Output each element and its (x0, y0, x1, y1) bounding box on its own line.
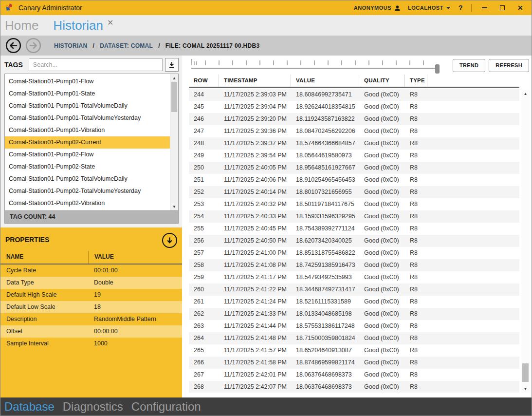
col-type[interactable]: TYPE (405, 75, 427, 87)
scroll-down-icon[interactable]: ▼ (170, 203, 178, 210)
data-table-cell: 18.119243587163822 (291, 113, 359, 125)
property-row[interactable]: Data TypeDouble (0, 277, 182, 289)
scroll-down-icon[interactable]: ▼ (521, 385, 530, 392)
data-table-cell: 11/17/2025 2:41:48 PM (219, 332, 291, 344)
col-timestamp[interactable]: TIMESTAMP (219, 75, 291, 87)
data-table-row[interactable]: 24811/17/2025 2:39:37 PM18.5746643666848… (189, 137, 519, 150)
scrollbar-thumb[interactable] (171, 82, 177, 112)
maximize-button[interactable] (497, 3, 508, 13)
data-table-row[interactable]: 26411/17/2025 2:41:48 PM18.7150003598018… (189, 332, 519, 344)
forward-button[interactable] (25, 38, 41, 54)
data-table-row[interactable]: 26111/17/2025 2:41:24 PM18.5216111533158… (189, 296, 519, 308)
refresh-button[interactable]: REFRESH (489, 59, 529, 72)
host-selector[interactable]: LOCALHOST (408, 5, 450, 11)
nav-configuration[interactable]: Configuration (131, 397, 201, 416)
tab-close-icon[interactable]: ✕ (107, 18, 113, 27)
close-button[interactable]: ✕ (515, 3, 526, 13)
data-table-row[interactable]: 26211/17/2025 2:41:33 PM18.0133404868519… (189, 308, 519, 320)
breadcrumb-file[interactable]: FILE: COMAL 20251117 00.HDB3 (165, 42, 260, 49)
scrollbar-thumb[interactable] (522, 363, 529, 382)
data-table-cell: R8 (405, 223, 519, 235)
property-row[interactable]: Default Low Scale18 (0, 301, 182, 313)
tag-list-item[interactable]: Comal-Station01-Pump02-Current (5, 136, 170, 149)
data-table-cell: R8 (405, 210, 519, 223)
nav-database[interactable]: Database (4, 397, 55, 416)
data-table-cell: 11/17/2025 2:40:32 PM (219, 198, 291, 210)
data-table-cell: 18.65204640913087 (291, 344, 359, 357)
data-table-row[interactable]: 25511/17/2025 2:40:45 PM18.7543893927711… (189, 223, 519, 235)
tag-list-item[interactable]: Comal-Station01-Pump02-TotalVolumeDaily (5, 173, 170, 185)
property-row[interactable]: Default High Scale19 (0, 289, 182, 301)
slider-thumb[interactable] (435, 64, 440, 74)
data-table-cell: R8 (405, 381, 519, 393)
data-table-cell: 18.742591385916473 (291, 259, 359, 271)
data-table-cell: 18.06376468698373 (291, 369, 359, 381)
minimize-button[interactable] (479, 3, 490, 13)
tab-bar: Home Historian ✕ (0, 15, 532, 36)
data-table-row[interactable]: 25311/17/2025 2:40:32 PM18.5011971841176… (189, 198, 519, 210)
properties-collapse-button[interactable] (162, 233, 177, 248)
data-table-cell: 248 (189, 137, 219, 150)
scroll-up-icon[interactable]: ▲ (170, 75, 178, 81)
col-value[interactable]: VALUE (291, 75, 359, 87)
data-table-row[interactable]: 25611/17/2025 2:40:50 PM18.6207342034002… (189, 235, 519, 247)
breadcrumb-dataset[interactable]: DATASET: COMAL (100, 42, 153, 49)
tag-list-item[interactable]: Comal-Station01-Pump02-TotalVolumeYester… (5, 185, 170, 197)
timeline-slider[interactable] (191, 57, 440, 74)
col-quality[interactable]: QUALITY (359, 75, 405, 87)
minimize-icon (482, 7, 487, 8)
data-table-cell: 11/17/2025 2:39:04 PM (219, 101, 291, 113)
properties-col-name[interactable]: NAME (0, 251, 88, 264)
data-table-row[interactable]: 24711/17/2025 2:39:36 PM18.0847024562922… (189, 125, 519, 137)
data-table-row[interactable]: 24611/17/2025 2:39:20 PM18.1192435871638… (189, 113, 519, 125)
properties-col-value[interactable]: VALUE (88, 251, 182, 264)
property-row[interactable]: Sample Interval1000 (0, 338, 182, 350)
data-table-row[interactable]: 26611/17/2025 2:41:58 PM18.8748695998211… (189, 357, 519, 369)
tag-list-item[interactable]: Comal-Station01-Pump01-Vibration (5, 124, 170, 136)
nav-diagnostics[interactable]: Diagnostics (63, 397, 123, 416)
data-table-row[interactable]: 25711/17/2025 2:41:00 PM18.8513187554868… (189, 247, 519, 259)
data-table-row[interactable]: 25211/17/2025 2:40:14 PM18.8010732165695… (189, 186, 519, 198)
data-table-cell: 11/17/2025 2:40:05 PM (219, 162, 291, 174)
data-table-row[interactable]: 26711/17/2025 2:42:01 PM18.0637646869837… (189, 369, 519, 381)
data-table-row[interactable]: 25811/17/2025 2:41:08 PM18.7425913859164… (189, 259, 519, 271)
tag-list-item[interactable]: Comal-Station01-Pump01-TotalVolumeDaily (5, 100, 170, 112)
tag-list-scrollbar[interactable]: ▲ ▼ (170, 74, 178, 210)
tag-list-item[interactable]: Comal-Station01-Pump01-State (5, 88, 170, 100)
tag-list-item[interactable]: Comal-Station01-Pump02-State (5, 161, 170, 173)
tag-list-item[interactable]: Comal-Station01-Pump02-Vibration (5, 197, 170, 209)
data-table-row[interactable]: 26811/17/2025 2:42:07 PM18.0637646869837… (189, 381, 519, 393)
data-table-cell: 18.874869599821174 (291, 357, 359, 369)
breadcrumb-separator: / (92, 42, 94, 49)
data-table-scrollbar[interactable]: ▲ ▼ (521, 90, 530, 393)
data-table-row[interactable]: 25911/17/2025 2:41:17 PM18.5479349253599… (189, 271, 519, 284)
property-row[interactable]: Offset00:00:00 (0, 325, 182, 338)
scroll-up-icon[interactable]: ▲ (521, 90, 530, 97)
tag-list-item[interactable]: Comal-Station01-Pump01-Flow (5, 76, 170, 88)
data-table-body: 24411/17/2025 2:39:03 PM18.6084699273547… (189, 89, 519, 393)
slider-track[interactable] (191, 68, 440, 69)
tag-search-input[interactable] (29, 58, 163, 71)
back-button[interactable] (5, 38, 21, 54)
data-table-row[interactable]: 25111/17/2025 2:40:06 PM18.9102549654564… (189, 174, 519, 186)
tag-list-item[interactable]: Comal-Station01-Pump01-TotalVolumeYester… (5, 112, 170, 124)
data-table-row[interactable]: 25411/17/2025 2:40:33 PM18.1593315963292… (189, 210, 519, 223)
tag-list-item[interactable]: Comal-Station01-Pump02-Flow (5, 149, 170, 161)
trend-button[interactable]: TREND (453, 59, 485, 72)
property-row[interactable]: DescriptionRandomMiddle Pattern (0, 313, 182, 325)
user-menu[interactable]: ANONYMOUS (354, 5, 401, 11)
tab-historian[interactable]: Historian (53, 18, 103, 33)
data-table-row[interactable]: 24511/17/2025 2:39:04 PM18.9262440183548… (189, 101, 519, 113)
tab-home[interactable]: Home (5, 18, 38, 33)
col-row[interactable]: ROW (189, 75, 219, 87)
property-row[interactable]: Cycle Rate00:01:00 (0, 265, 182, 277)
tag-import-button[interactable] (165, 58, 179, 72)
data-table-row[interactable]: 26011/17/2025 2:41:22 PM18.3446874927314… (189, 284, 519, 296)
data-table-row[interactable]: 26311/17/2025 2:41:44 PM18.5755313861172… (189, 320, 519, 332)
data-table-row[interactable]: 25011/17/2025 2:40:05 PM18.9564851619276… (189, 162, 519, 174)
data-table-row[interactable]: 24911/17/2025 2:39:54 PM18.0564461958097… (189, 150, 519, 162)
breadcrumb-historian[interactable]: HISTORIAN (54, 42, 87, 49)
help-button[interactable]: ? (458, 4, 464, 12)
data-table-row[interactable]: 26511/17/2025 2:41:57 PM18.6520464091308… (189, 344, 519, 357)
data-table-row[interactable]: 24411/17/2025 2:39:03 PM18.6084699273547… (189, 89, 519, 101)
